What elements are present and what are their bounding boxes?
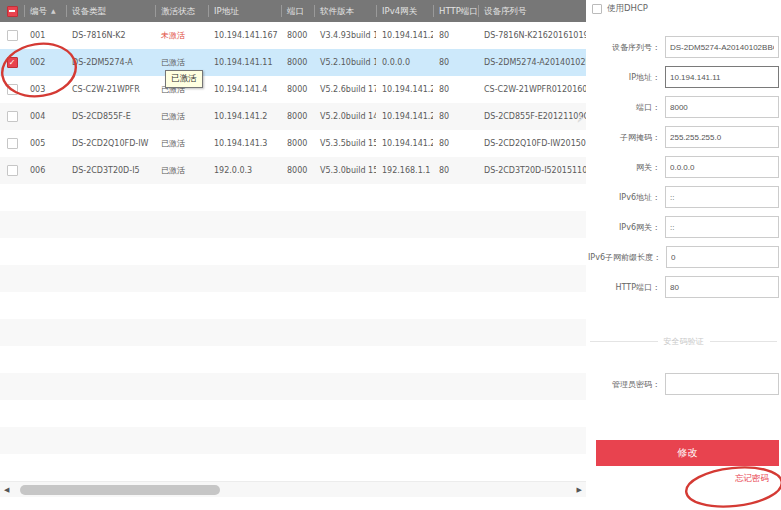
empty-row <box>0 454 586 481</box>
table-row[interactable]: 003CS-C2W-21WPFR已激活10.194.141.48000V5.2.… <box>0 76 586 103</box>
empty-row <box>0 427 586 454</box>
cell-http: 80 <box>433 31 478 40</box>
empty-row <box>0 292 586 319</box>
cell-version: V5.3.0build 1505... <box>314 166 376 175</box>
field-label: 端口： <box>588 102 660 113</box>
cell-gateway: 10.194.141.254 <box>376 139 433 148</box>
column-header-port[interactable]: 端口 <box>281 5 314 17</box>
column-header-http[interactable]: HTTP端口 <box>433 5 478 17</box>
field-row: IP地址： <box>588 66 779 88</box>
table-header: 编号▲设备类型激活状态IP地址端口软件版本IPv4网关HTTP端口设备序列号 <box>0 0 586 22</box>
cell-num: 002 <box>24 58 66 67</box>
field-input-6[interactable] <box>665 216 779 238</box>
field-input-1[interactable] <box>665 66 779 88</box>
column-header-num[interactable]: 编号▲ <box>24 5 66 17</box>
empty-row <box>0 184 586 211</box>
admin-password-row: 管理员密码： <box>588 372 779 396</box>
field-label: IPv6地址： <box>588 192 660 203</box>
row-checkbox[interactable] <box>7 30 18 41</box>
cell-http: 80 <box>433 112 478 121</box>
modify-button[interactable]: 修改 <box>596 440 779 466</box>
cell-port: 8000 <box>281 58 314 67</box>
panel-collapse-handle[interactable]: › <box>574 96 586 138</box>
cell-http: 80 <box>433 139 478 148</box>
column-header-ip[interactable]: IP地址 <box>208 5 281 17</box>
field-input-3[interactable] <box>665 126 779 148</box>
cell-status: 已激活 <box>155 165 208 176</box>
device-table: 编号▲设备类型激活状态IP地址端口软件版本IPv4网关HTTP端口设备序列号 0… <box>0 0 586 481</box>
cell-serial: DS-7816N-K21620161019CCRF <box>478 31 586 40</box>
table-row[interactable]: 006DS-2CD3T20D-I5已激活192.0.0.38000V5.3.0b… <box>0 157 586 184</box>
field-row: IPv6网关： <box>588 216 779 238</box>
forgot-password-link[interactable]: 忘记密码 <box>735 473 769 485</box>
cell-num: 001 <box>24 31 66 40</box>
dhcp-row: 使用DHCP <box>592 3 648 15</box>
scroll-right-icon[interactable]: ▶ <box>577 485 582 495</box>
row-checkbox[interactable] <box>7 165 18 176</box>
cell-num: 003 <box>24 85 66 94</box>
status-tooltip: 已激活 <box>165 70 203 88</box>
cell-gateway: 192.168.1.1 <box>376 166 433 175</box>
select-all-checkbox[interactable] <box>7 6 18 17</box>
cell-version: V5.3.5build 1510... <box>314 139 376 148</box>
row-checkbox[interactable]: ✓ <box>7 57 18 68</box>
cell-port: 8000 <box>281 139 314 148</box>
cell-port: 8000 <box>281 31 314 40</box>
cell-port: 8000 <box>281 85 314 94</box>
dhcp-checkbox[interactable] <box>592 4 602 14</box>
field-input-0[interactable] <box>665 36 779 58</box>
column-header-version[interactable]: 软件版本 <box>314 5 376 17</box>
table-row[interactable]: 001DS-7816N-K2未激活10.194.141.1678000V3.4.… <box>0 22 586 49</box>
table-row[interactable]: 004DS-2CD855F-E已激活10.194.141.28000V5.2.0… <box>0 103 586 130</box>
cell-version: V5.2.10build 150... <box>314 58 376 67</box>
scroll-left-icon[interactable]: ◀ <box>4 485 9 495</box>
table-row[interactable]: ✓002DS-2DM5274-A已激活10.194.141.118000V5.2… <box>0 49 586 76</box>
field-label: 网关： <box>588 162 660 173</box>
cell-gateway: 10.194.141.254 <box>376 85 433 94</box>
modify-network-panel: 使用DHCP 设备序列号：IP地址：端口：子网掩码：网关：IPv6地址：IPv6… <box>586 0 781 510</box>
field-row: 端口： <box>588 96 779 118</box>
row-checkbox[interactable] <box>7 111 18 122</box>
cell-version: V3.4.93build 170... <box>314 31 376 40</box>
cell-serial: DS-2CD855F-E20121109CCC <box>478 112 586 121</box>
cell-port: 8000 <box>281 112 314 121</box>
cell-ip: 10.194.141.11 <box>208 58 281 67</box>
cell-ip: 10.194.141.167 <box>208 31 281 40</box>
scrollbar-thumb[interactable] <box>20 485 220 495</box>
cell-type: DS-2CD3T20D-I5 <box>66 166 155 175</box>
field-label: HTTP端口： <box>588 282 660 293</box>
field-label: 设备序列号： <box>588 42 660 53</box>
column-header-serial[interactable]: 设备序列号 <box>478 5 586 17</box>
column-header-gateway[interactable]: IPv4网关 <box>376 5 433 17</box>
empty-row <box>0 319 586 346</box>
field-input-2[interactable] <box>665 96 779 118</box>
row-checkbox[interactable] <box>7 138 18 149</box>
table-row[interactable]: 005DS-2CD2Q10FD-IW已激活10.194.141.38000V5.… <box>0 130 586 157</box>
cell-serial: DS-2DM5274-A20140102BBCH <box>478 58 586 67</box>
cell-ip: 10.194.141.4 <box>208 85 281 94</box>
field-input-8[interactable] <box>665 276 779 298</box>
cell-status: 未激活 <box>155 30 208 41</box>
cell-gateway: 10.194.141.254 <box>376 112 433 121</box>
horizontal-scrollbar[interactable]: ◀ ▶ <box>0 481 586 497</box>
field-input-7[interactable] <box>666 246 779 268</box>
admin-password-input[interactable] <box>665 373 779 395</box>
sadp-device-manager-window: 编号▲设备类型激活状态IP地址端口软件版本IPv4网关HTTP端口设备序列号 0… <box>0 0 781 510</box>
cell-serial: DS-2CD2Q10FD-IW20150506A <box>478 139 586 148</box>
field-input-4[interactable] <box>665 156 779 178</box>
dhcp-label: 使用DHCP <box>607 3 648 15</box>
cell-type: DS-2CD855F-E <box>66 112 155 121</box>
cell-http: 80 <box>433 58 478 67</box>
column-header-type[interactable]: 设备类型 <box>66 5 155 17</box>
field-row: IPv6地址： <box>588 186 779 208</box>
cell-http: 80 <box>433 85 478 94</box>
field-row: 设备序列号： <box>588 36 779 58</box>
row-checkbox[interactable] <box>7 84 18 95</box>
column-header-status[interactable]: 激活状态 <box>155 5 208 17</box>
chevron-right-icon: › <box>576 105 584 129</box>
cell-gateway: 10.194.141.254 <box>376 31 433 40</box>
cell-gateway: 0.0.0.0 <box>376 58 433 67</box>
field-input-5[interactable] <box>665 186 779 208</box>
cell-serial: CS-C2W-21WPFR0120160225 <box>478 85 586 94</box>
cell-ip: 192.0.0.3 <box>208 166 281 175</box>
